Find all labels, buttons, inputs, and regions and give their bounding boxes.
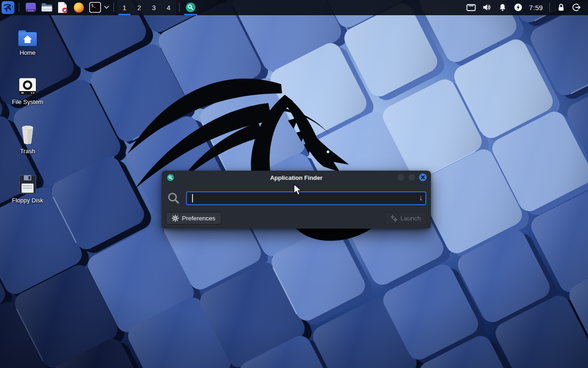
panel-separator [113,3,114,12]
window-title: Application Finder [162,174,431,181]
gear-icon [172,215,179,222]
app-window-icon [25,2,36,13]
workspace-label: 4 [167,4,170,12]
taskbar-application-finder[interactable] [183,0,198,15]
chevron-down-icon [104,6,109,9]
file-manager-launcher[interactable] [39,0,55,15]
close-icon [421,175,425,179]
workspace-button-4[interactable]: 4 [161,0,176,15]
power-icon [514,3,523,12]
maximize-button[interactable] [408,173,416,181]
power-manager-applet[interactable] [510,0,526,15]
applications-menu-button[interactable] [0,0,16,15]
actions-row: Preferences Launch [162,212,431,224]
workspace-button-1[interactable]: 1 [117,0,132,15]
notifications-icon [498,3,507,12]
lock-icon [557,3,565,12]
preferences-label: Preferences [182,215,215,222]
workspace-label: 2 [137,4,141,12]
mouse-cursor [293,184,303,196]
file-manager-icon [41,2,53,12]
panel-separator [19,3,19,12]
preferences-button[interactable]: Preferences [166,212,221,224]
lock-screen-button[interactable] [553,0,569,15]
workspace-button-3[interactable]: 3 [147,0,161,15]
desktop-icon-file-system[interactable]: File System [6,74,50,105]
top-panel: $_ 1 2 3 4 [0,0,588,15]
text-caret [192,194,193,202]
filesystem-drive-icon [18,77,37,96]
launch-label: Launch [401,215,421,222]
desktop-icon-label: Floppy Disk [6,197,50,204]
text-editor-launcher[interactable] [55,0,71,15]
search-icon [167,192,180,205]
desktop-icon-home[interactable]: Home [6,25,50,56]
panel-separator [179,3,180,12]
launch-button[interactable]: Launch [384,212,427,224]
network-icon [466,4,476,12]
desktop: $_ 1 2 3 4 [0,0,588,368]
terminal-launcher[interactable]: $_ [87,0,103,15]
clock[interactable]: 7:59 [526,4,546,12]
desktop-icon-floppy-disk[interactable]: Floppy Disk [6,172,50,204]
app-window-launcher[interactable] [23,0,39,15]
floppy-disk-icon [18,174,37,195]
workspace-label: 1 [123,4,126,12]
volume-icon [482,3,492,12]
trash-icon [17,124,38,145]
home-folder-icon [17,29,38,47]
terminal-dropdown-button[interactable] [103,0,110,15]
workspace-button-2[interactable]: 2 [132,0,147,15]
text-editor-icon [57,1,68,13]
panel-tray-group: 7:59 [464,0,588,15]
workspace-label: 3 [152,4,156,12]
panel-separator [549,3,550,12]
desktop-icon-label: Home [6,49,50,56]
close-button[interactable] [419,173,427,181]
logout-icon [572,3,581,12]
kali-menu-icon [1,1,15,14]
history-dropdown-icon[interactable]: ↓ [419,194,423,201]
application-finder-window: Application Finder ↓ [162,171,431,229]
firefox-launcher[interactable] [71,0,87,15]
notifications-applet[interactable] [495,0,510,15]
minimize-button[interactable] [397,173,405,181]
appfinder-search-icon [185,2,196,13]
search-input[interactable] [186,191,426,205]
volume-applet[interactable] [479,0,495,15]
desktop-icon-label: File System [6,98,50,105]
terminal-glyph: $_ [91,3,96,8]
terminal-icon: $_ [89,2,101,13]
search-input-wrap: ↓ [186,191,426,205]
network-applet[interactable] [464,0,479,15]
titlebar[interactable]: Application Finder [162,171,431,184]
panel-left-group: $_ 1 2 3 4 [0,0,198,15]
logout-button[interactable] [569,0,584,15]
desktop-icon-label: Trash [6,148,50,155]
launch-gears-icon [390,215,397,222]
desktop-icon-trash[interactable]: Trash [6,123,50,155]
firefox-icon [73,2,85,13]
